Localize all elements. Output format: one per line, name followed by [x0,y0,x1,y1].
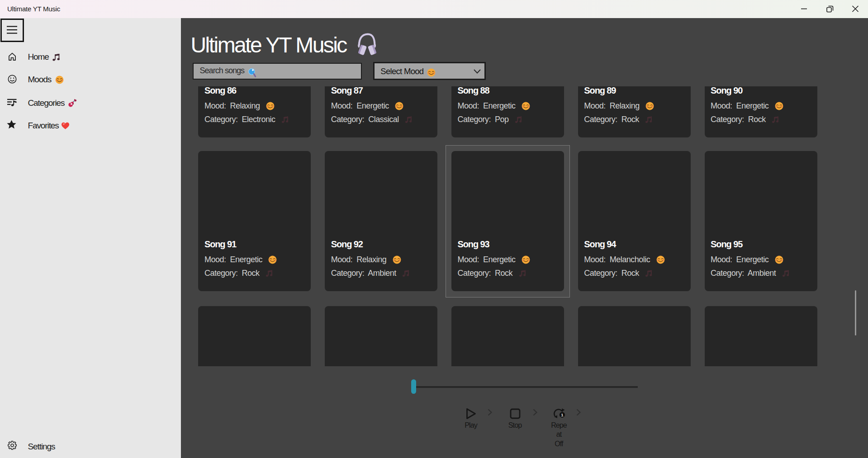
svg-text:1: 1 [561,412,564,417]
